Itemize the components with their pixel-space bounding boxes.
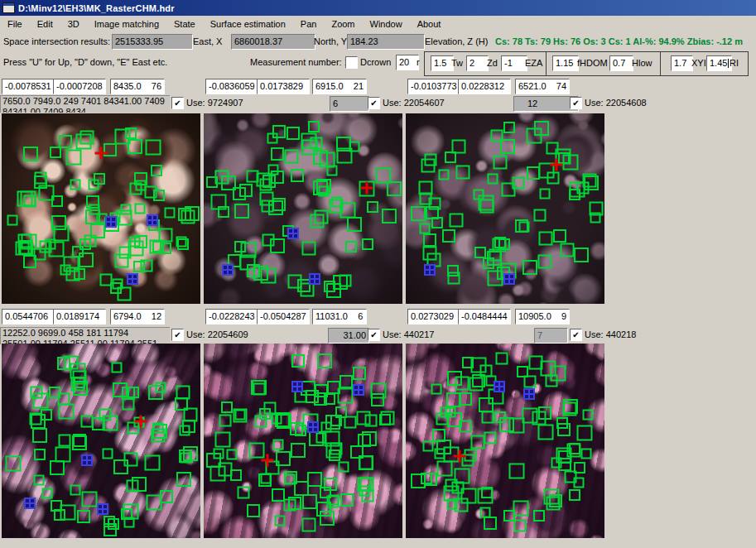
tree-crown-marker[interactable] <box>274 516 285 526</box>
stereo-image-top-right[interactable] <box>406 113 604 304</box>
tree-crown-marker[interactable] <box>447 371 462 386</box>
tree-crown-marker[interactable] <box>218 206 229 218</box>
tree-crown-marker[interactable] <box>58 403 74 419</box>
tree-crown-marker[interactable] <box>539 231 553 245</box>
tree-crown-marker[interactable] <box>113 382 128 397</box>
tree-crown-marker[interactable] <box>59 435 71 447</box>
tree-crown-marker[interactable] <box>81 492 97 507</box>
measure-field[interactable]: -0.0836059 <box>205 79 258 94</box>
zd-input[interactable]: 2 <box>466 55 489 71</box>
tree-crown-marker[interactable] <box>253 266 268 281</box>
tree-crown-marker[interactable] <box>514 520 527 532</box>
use-checkbox-3[interactable] <box>570 97 582 109</box>
tree-crown-marker[interactable] <box>345 241 357 252</box>
tree-crown-marker[interactable] <box>176 472 191 487</box>
measure-field[interactable]: 0.0273029 <box>407 309 460 324</box>
fhdom-input[interactable]: 1.15 <box>552 55 579 71</box>
tree-crown-marker[interactable] <box>272 125 286 138</box>
tree-crown-marker[interactable] <box>134 235 147 248</box>
use-checkbox-4[interactable] <box>171 329 184 341</box>
tree-crown-marker[interactable] <box>563 399 578 414</box>
tree-crown-marker[interactable] <box>547 142 559 155</box>
tree-crown-marker[interactable] <box>543 488 559 504</box>
tree-crown-marker[interactable] <box>32 428 47 443</box>
measure-field[interactable]: 11031.0 6 <box>312 309 367 324</box>
menu-image-matching[interactable]: Image matching <box>87 17 166 31</box>
tree-crown-marker[interactable] <box>100 273 113 286</box>
tree-crown-marker[interactable] <box>64 257 79 272</box>
model-point-marker[interactable] <box>81 454 93 466</box>
model-point-marker[interactable] <box>523 388 535 400</box>
tree-crown-marker[interactable] <box>509 417 525 433</box>
tree-crown-marker[interactable] <box>561 243 575 257</box>
tree-crown-marker[interactable] <box>90 224 105 238</box>
tree-crown-marker[interactable] <box>508 464 524 479</box>
tree-crown-marker[interactable] <box>185 206 200 221</box>
tree-crown-marker[interactable] <box>159 228 173 243</box>
measure-field[interactable]: 8435.0 76 <box>110 79 165 94</box>
measure-field[interactable]: 10905.0 9 <box>515 309 570 324</box>
tree-crown-marker[interactable] <box>581 449 592 459</box>
measure-field[interactable]: -0.0007208 <box>53 79 106 94</box>
menu-file[interactable]: File <box>0 17 30 31</box>
tree-crown-marker[interactable] <box>234 204 249 219</box>
use-checkbox-5[interactable] <box>368 329 380 341</box>
menu-surface-estimation[interactable]: Surface estimation <box>203 17 293 31</box>
tree-crown-marker[interactable] <box>134 204 145 214</box>
tree-crown-marker[interactable] <box>24 195 36 208</box>
tree-crown-marker[interactable] <box>367 201 378 213</box>
tree-crown-marker[interactable] <box>272 198 286 211</box>
xyi-input[interactable]: 1.7 <box>671 55 693 71</box>
stereo-image-top-middle[interactable] <box>204 113 402 304</box>
tree-crown-marker[interactable] <box>288 497 301 510</box>
tree-crown-marker[interactable] <box>219 415 231 427</box>
tree-crown-marker[interactable] <box>291 169 304 182</box>
model-point-marker[interactable] <box>353 384 364 396</box>
tree-crown-marker[interactable] <box>50 460 65 475</box>
tree-crown-marker[interactable] <box>494 237 506 248</box>
measure-field[interactable]: 6521.0 74 <box>515 79 570 94</box>
tree-crown-marker[interactable] <box>336 137 351 151</box>
menu-pan[interactable]: Pan <box>293 17 325 31</box>
tree-crown-marker[interactable] <box>577 425 593 440</box>
tree-crown-marker[interactable] <box>484 517 497 530</box>
tree-crown-marker[interactable] <box>533 510 545 522</box>
tree-crown-marker[interactable] <box>503 122 515 133</box>
tree-crown-marker[interactable] <box>350 445 364 459</box>
model-point-marker[interactable] <box>147 214 158 226</box>
tree-crown-marker[interactable] <box>54 509 65 521</box>
hlow-input[interactable]: 0.7 <box>609 55 633 71</box>
tree-crown-marker[interactable] <box>259 408 271 420</box>
tree-crown-marker[interactable] <box>493 156 507 170</box>
tree-crown-marker[interactable] <box>353 367 366 380</box>
measure-field[interactable]: 6794.0 12 <box>110 309 165 324</box>
tree-crown-marker[interactable] <box>474 247 486 258</box>
tree-crown-marker[interactable] <box>317 353 332 368</box>
tree-crown-marker[interactable] <box>557 423 571 436</box>
tree-crown-marker[interactable] <box>72 246 84 257</box>
tree-crown-marker[interactable] <box>590 201 604 215</box>
tree-crown-marker[interactable] <box>270 238 285 253</box>
menu-state[interactable]: State <box>166 17 203 31</box>
tree-crown-marker[interactable] <box>239 184 253 197</box>
tree-crown-marker[interactable] <box>364 414 377 426</box>
tree-crown-marker[interactable] <box>291 354 305 368</box>
tree-crown-marker[interactable] <box>308 121 320 132</box>
measure-field[interactable]: -0.0078531 <box>2 79 55 94</box>
tree-crown-marker[interactable] <box>295 425 306 436</box>
model-point-marker[interactable] <box>494 381 505 392</box>
measure-field[interactable]: -0.0103773 <box>407 79 460 94</box>
tree-crown-marker[interactable] <box>339 375 353 388</box>
tree-crown-marker[interactable] <box>527 166 540 180</box>
tree-crown-marker[interactable] <box>215 170 229 184</box>
menu-about[interactable]: About <box>410 17 449 31</box>
tree-crown-marker[interactable] <box>55 446 70 462</box>
tree-crown-marker[interactable] <box>340 202 356 218</box>
tree-crown-marker[interactable] <box>7 214 18 225</box>
tree-crown-marker[interactable] <box>121 204 132 214</box>
tree-crown-marker[interactable] <box>271 147 284 161</box>
measure-field[interactable]: -0.0484444 <box>458 309 511 324</box>
model-point-marker[interactable] <box>309 273 320 285</box>
model-point-marker[interactable] <box>24 498 36 509</box>
tree-crown-marker[interactable] <box>524 375 537 387</box>
